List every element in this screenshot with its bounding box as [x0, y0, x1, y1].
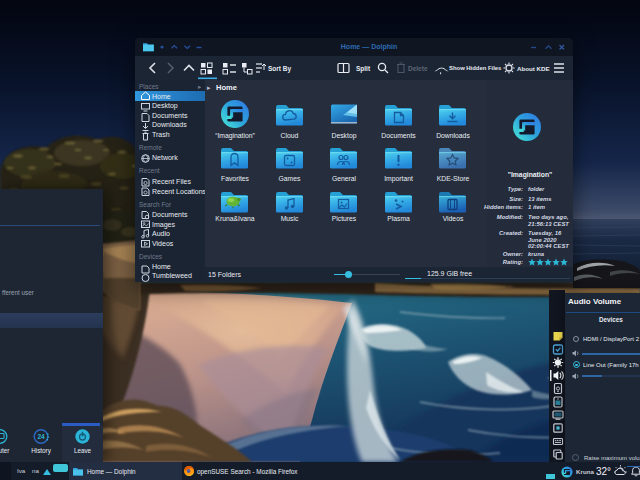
- svg-text:24: 24: [37, 433, 45, 440]
